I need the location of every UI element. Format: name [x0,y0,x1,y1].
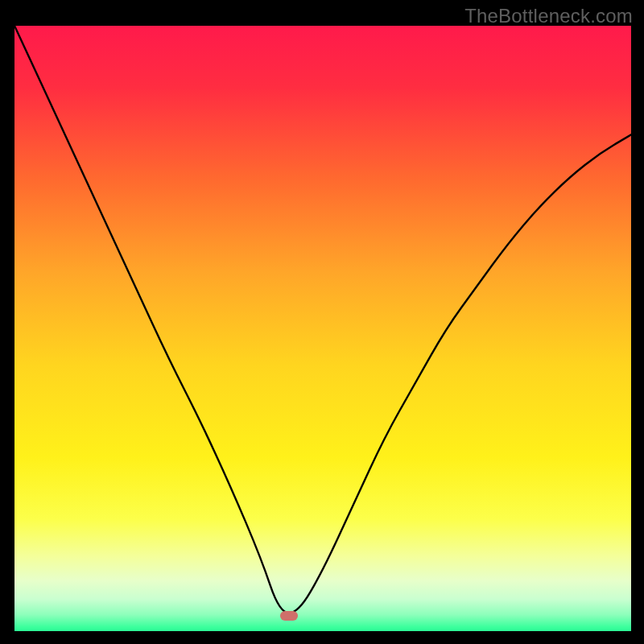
plot-area [14,26,631,631]
watermark-text: TheBottleneck.com [464,5,633,27]
optimum-marker [280,611,298,621]
bottleneck-curve [14,26,631,631]
chart-frame: TheBottleneck.com [0,0,644,644]
